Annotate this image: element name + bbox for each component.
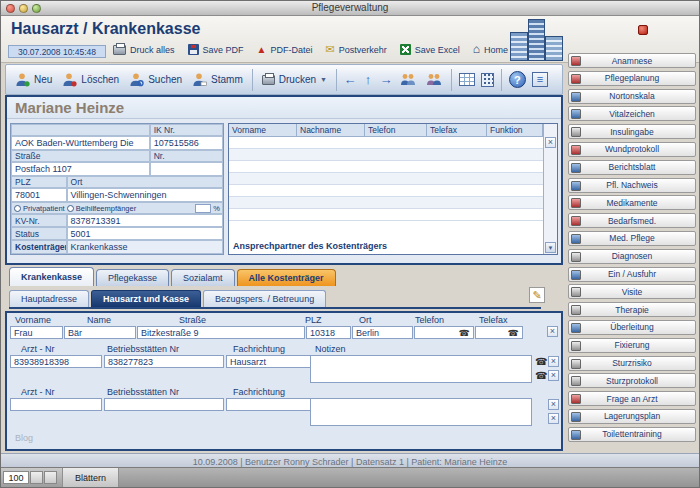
sidebar-item-frage-an-arzt[interactable]: Frage an Arzt [568, 391, 696, 406]
sidebar-item-diagnosen[interactable]: Diagnosen [568, 249, 696, 264]
telefon-field[interactable]: ☎ [414, 326, 474, 339]
sidebar-item-therapie[interactable]: Therapie [568, 302, 696, 317]
tab-bezugspersonen[interactable]: Bezugspers. / Betreuung [203, 290, 326, 307]
sidebar-item-ein-ausfuhr[interactable]: Ein / Ausfuhr [568, 267, 696, 282]
suchen-button[interactable]: Suchen [124, 70, 187, 89]
zoom-out-button[interactable] [30, 471, 43, 484]
help-button[interactable]: ? [509, 71, 526, 88]
clear-row-button[interactable]: × [547, 326, 558, 337]
ort-field[interactable]: Villingen-Schwenningen [67, 188, 223, 202]
percent-field[interactable] [195, 204, 211, 213]
menu-button[interactable]: ≡ [532, 72, 548, 87]
kostentraeger-name-label [11, 124, 150, 136]
privatpatient-radio[interactable] [14, 205, 21, 212]
save-pdf-button[interactable]: Save PDF [188, 44, 244, 55]
ansprechpartner-row[interactable] [229, 173, 543, 185]
patient-list-button[interactable] [395, 70, 421, 89]
ansprechpartner-row[interactable] [229, 197, 543, 209]
nav-forward-button[interactable]: → [377, 71, 395, 89]
col-funktion: Funktion [487, 124, 543, 137]
clear-field-button[interactable]: × [548, 413, 559, 424]
alert-icon[interactable] [638, 25, 648, 35]
tab-sozialamt[interactable]: Sozialamt [171, 269, 235, 286]
clear-field-button[interactable]: × [548, 399, 559, 410]
plz-field[interactable]: 10318 [306, 326, 351, 339]
nav-back-button[interactable]: ← [341, 71, 359, 89]
zoom-in-button[interactable] [44, 471, 57, 484]
postverkehr-button[interactable]: ✉ Postverkehr [325, 44, 386, 55]
ansprechpartner-row[interactable] [229, 161, 543, 173]
status-field[interactable]: 5001 [67, 227, 223, 240]
sidebar-item-sturzprotokoll[interactable]: Sturzprotokoll [568, 373, 696, 388]
tab-krankenkasse[interactable]: Krankenkasse [9, 267, 94, 286]
sidebar-item-fixierung[interactable]: Fixierung [568, 338, 696, 353]
sidebar-item-wundprotokoll[interactable]: Wundprotokoll [568, 142, 696, 157]
pdf-datei-button[interactable]: ▲ PDF-Datei [257, 45, 313, 55]
sidebar-item-lagerungsplan[interactable]: Lagerungsplan [568, 409, 696, 424]
arzt2-nr-field[interactable] [10, 398, 102, 411]
table-view-icon[interactable] [459, 73, 475, 86]
stamm-button[interactable]: Stamm [187, 70, 248, 89]
sidebar-item-pflegeplanung[interactable]: Pflegeplanung [568, 71, 696, 86]
beihilfe-radio[interactable] [67, 205, 74, 212]
sidebar-item-berichtsblatt[interactable]: Berichtsblatt [568, 160, 696, 175]
staff-list-button[interactable] [421, 70, 447, 89]
tab-hauptadresse[interactable]: Hauptadresse [9, 290, 89, 307]
strasse-field[interactable]: Postfach 1107 [11, 162, 150, 176]
clear-field-button[interactable]: × [548, 356, 559, 367]
col-telefax: Telefax [479, 315, 508, 325]
drucken-button[interactable]: Drucken ▼ [257, 72, 332, 87]
tab-pflegekasse[interactable]: Pflegekasse [96, 269, 169, 286]
sidebar-item-anamnese[interactable]: Anamnese [568, 53, 696, 68]
sidebar-item-pfl-nachweis[interactable]: Pfl. Nachweis [568, 178, 696, 193]
nav-up-button[interactable]: ↑ [359, 71, 377, 89]
notizen2-field[interactable] [310, 398, 532, 426]
kv-field[interactable]: 8378713391 [67, 214, 223, 227]
plz-field[interactable]: 78001 [11, 188, 67, 202]
notizen-field[interactable] [310, 355, 532, 383]
tab-alle-kostentraeger[interactable]: Alle Kostenträger [237, 269, 336, 286]
kostentraeger-panel: IK Nr. AOK Baden-Württemberg Die 1075155… [10, 123, 224, 255]
betriebsstaetten-field[interactable]: 838277823 [104, 355, 224, 368]
ansprechpartner-row[interactable] [229, 185, 543, 197]
vorname-field[interactable]: Frau [10, 326, 63, 339]
sidebar-item-med-pflege[interactable]: Med. Pflege [568, 231, 696, 246]
sidebar-item-visite[interactable]: Visite [568, 284, 696, 299]
loeschen-button[interactable]: Löschen [57, 70, 124, 89]
name-field[interactable]: Bär [64, 326, 136, 339]
sidebar-item-vitalzeichen[interactable]: Vitalzeichen [568, 106, 696, 121]
ort-field[interactable]: Berlin [352, 326, 413, 339]
sidebar-item-ueberleitung[interactable]: Überleitung [568, 320, 696, 335]
clear-row-button[interactable]: × [545, 137, 556, 148]
nr-field[interactable] [150, 162, 223, 176]
druck-alles-button[interactable]: Druck alles [113, 45, 175, 55]
clear-field-button[interactable]: × [548, 370, 559, 381]
telefax-field[interactable]: ☎ [475, 326, 523, 339]
strasse-field[interactable]: Bitzkestraße 9 [137, 326, 305, 339]
ansprechpartner-row[interactable] [229, 149, 543, 161]
tab-hausarzt-und-kasse[interactable]: Hausarzt und Kasse [91, 290, 201, 307]
ansprechpartner-row[interactable] [229, 209, 543, 221]
sidebar-item-medikamente[interactable]: Medikamente [568, 195, 696, 210]
save-excel-button[interactable]: Save Excel [400, 44, 460, 55]
sidebar-item-bedarfsmed[interactable]: Bedarfsmed. [568, 213, 696, 228]
add-row-dropdown[interactable]: ▼ [545, 242, 556, 253]
mode-selector[interactable]: Blättern [62, 468, 119, 488]
sidebar-item-sturzrisiko[interactable]: Sturzrisiko [568, 356, 696, 371]
ansprechpartner-row[interactable] [229, 137, 543, 149]
kostentraeger-name-field[interactable]: AOK Baden-Württemberg Die [11, 136, 150, 150]
ik-field[interactable]: 107515586 [150, 136, 223, 150]
calculator-icon[interactable] [481, 73, 494, 87]
arzt-nr-field[interactable]: 83938918398 [10, 355, 102, 368]
kostentraeger-typ-field[interactable]: Krankenkasse [67, 240, 223, 254]
neu-button[interactable]: Neu [10, 70, 57, 89]
sidebar-item-toilettentraining[interactable]: Toilettentraining [568, 427, 696, 442]
home-button[interactable]: ⌂ Home [473, 44, 508, 55]
strasse-label: Straße [11, 150, 150, 162]
edit-note-icon[interactable]: ✎ [529, 287, 545, 303]
horizontal-scrollbar[interactable] [119, 468, 699, 487]
betriebsstaetten2-field[interactable] [104, 398, 224, 411]
zoom-level[interactable]: 100 [3, 471, 29, 484]
sidebar-item-insulingabe[interactable]: Insulingabe [568, 124, 696, 139]
sidebar-item-nortonskala[interactable]: Nortonskala [568, 89, 696, 104]
